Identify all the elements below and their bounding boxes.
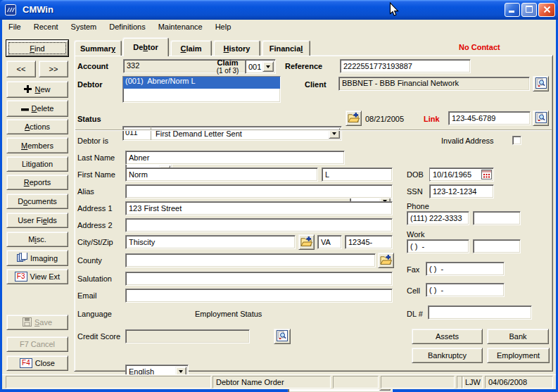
chevron-down-icon[interactable] (262, 61, 274, 72)
link-field[interactable] (448, 111, 531, 125)
client-field: BBBNET - BBB Financial Network (338, 77, 530, 91)
dob-field[interactable] (430, 169, 478, 180)
phone-field[interactable] (407, 211, 469, 225)
credit-score-field (125, 329, 250, 343)
close-button[interactable] (538, 3, 555, 17)
middle-initial-field[interactable] (322, 167, 393, 182)
alias-field[interactable] (125, 184, 393, 198)
zip-field[interactable] (345, 235, 393, 249)
address2-label: Address 2 (77, 221, 113, 229)
work-label: Work (407, 230, 424, 239)
previous-record-button[interactable]: << (6, 61, 36, 77)
tab-history-label: History (224, 44, 251, 53)
previous-icon: << (17, 65, 26, 73)
link-lookup-button[interactable] (533, 110, 549, 126)
city-field[interactable] (125, 235, 296, 249)
cell-field[interactable] (426, 283, 505, 297)
statusbar-panel-blank (333, 376, 379, 388)
members-button[interactable]: Members (6, 137, 68, 153)
no-contact-badge: No Contact (459, 43, 500, 51)
close-record-button[interactable]: F4 Close (6, 355, 68, 371)
link-label: Link (424, 115, 440, 123)
find-button[interactable]: Find (6, 40, 68, 56)
view-ext-button[interactable]: F3 View Ext (6, 269, 68, 284)
client-lookup-button[interactable] (533, 76, 549, 91)
members-button-label: Members (21, 141, 53, 150)
tab-history[interactable]: History (213, 40, 260, 56)
status-select[interactable]: 011 First Demand Letter Sent (122, 126, 342, 141)
ssn-field[interactable] (429, 184, 494, 198)
menu-system[interactable]: System (71, 23, 97, 31)
employment-button[interactable]: Employment (487, 348, 550, 363)
first-name-field[interactable] (125, 167, 318, 182)
email-field[interactable] (125, 289, 393, 303)
fax-field[interactable] (426, 262, 505, 276)
dob-label: DOB (407, 170, 424, 179)
county-field[interactable] (125, 253, 376, 267)
address2-field[interactable] (125, 218, 393, 232)
plus-icon (24, 85, 32, 94)
folder-plus-icon (348, 113, 360, 125)
menu-help[interactable]: Help (215, 23, 232, 31)
debtor-label: Debtor (77, 80, 102, 89)
reports-button[interactable]: Reports (6, 175, 68, 190)
address1-label: Address 1 (77, 204, 113, 213)
debtor-is-label: Debtor is (77, 137, 108, 145)
credit-score-lookup-button[interactable] (274, 329, 291, 344)
city-lookup-button[interactable] (298, 234, 315, 250)
title-bar: CMWin (0, 0, 558, 20)
imaging-pages-icon (17, 253, 27, 263)
actions-button[interactable]: Actions (6, 119, 68, 134)
county-label: County (77, 256, 102, 265)
user-fields-button[interactable]: User Fields (6, 213, 68, 228)
next-record-button[interactable]: >> (39, 61, 68, 77)
new-button[interactable]: New (6, 81, 68, 98)
state-field[interactable] (317, 235, 342, 249)
calendar-icon[interactable] (481, 170, 492, 181)
menu-definitions[interactable]: Definitions (109, 23, 145, 31)
delete-button[interactable]: Delete (6, 100, 68, 117)
maximize-button[interactable] (521, 3, 537, 17)
tab-debtor[interactable]: Debtor (122, 37, 169, 56)
account-label: Account (77, 62, 108, 70)
claim-select[interactable]: 001 (245, 59, 276, 74)
menu-recent[interactable]: Recent (34, 23, 58, 31)
save-button-label: Save (34, 318, 52, 327)
minimize-icon (509, 6, 516, 14)
assets-button[interactable]: Assets (412, 329, 483, 344)
folder-plus-icon (380, 255, 392, 267)
documents-button-label: Documents (18, 197, 57, 206)
status-history-button[interactable] (345, 110, 362, 126)
county-lookup-button[interactable] (378, 253, 394, 268)
fax-label: Fax (407, 265, 419, 274)
invalid-address-checkbox[interactable] (512, 136, 521, 145)
phone-ext-field[interactable] (473, 211, 521, 225)
dl-field[interactable] (428, 305, 532, 320)
address1-field[interactable] (125, 201, 393, 215)
litigation-button[interactable]: Litigation (6, 156, 68, 172)
user-fields-button-label: User Fields (18, 216, 57, 225)
tab-financial[interactable]: Financial (262, 40, 310, 56)
imaging-button[interactable]: Imaging (6, 250, 68, 266)
bank-button[interactable]: Bank (487, 329, 549, 344)
minimize-button[interactable] (505, 3, 520, 17)
reference-field[interactable] (340, 59, 471, 73)
misc-button[interactable]: Misc. (6, 232, 68, 247)
documents-button[interactable]: Documents (6, 194, 68, 209)
menu-file[interactable]: File (8, 23, 21, 31)
tab-claim[interactable]: Claim (170, 40, 212, 56)
salutation-field[interactable] (125, 272, 393, 286)
debtor-list-item-selected[interactable]: (001) Abner/Norm L (123, 77, 280, 89)
language-label: Language (77, 310, 112, 318)
menu-bar: File Recent System Definitions Maintenan… (2, 20, 556, 33)
menu-maintenance[interactable]: Maintenance (158, 23, 203, 31)
misc-button-label: Misc. (28, 235, 46, 244)
imaging-button-label: Imaging (30, 254, 58, 263)
last-name-label: Last Name (77, 153, 115, 162)
last-name-field[interactable] (125, 151, 345, 165)
work-ext-field[interactable] (473, 239, 521, 253)
work-phone-field[interactable] (407, 239, 469, 253)
bankruptcy-button[interactable]: Bankruptcy (412, 348, 483, 363)
debtor-listbox[interactable]: (001) Abner/Norm L (122, 76, 281, 103)
tab-summary[interactable]: Summary (74, 40, 122, 56)
